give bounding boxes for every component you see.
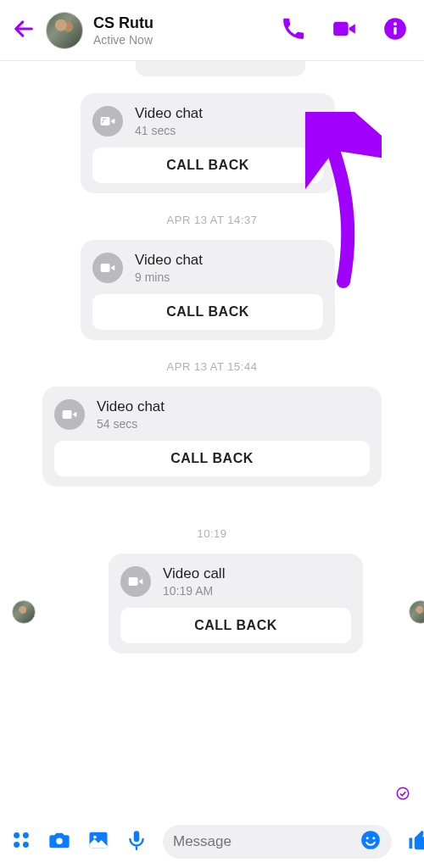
composer-bar xyxy=(0,815,424,868)
apps-icon[interactable] xyxy=(10,829,32,854)
call-duration: 9 mins xyxy=(135,270,203,284)
timestamp: APR 13 AT 15:44 xyxy=(0,360,424,373)
partial-bubble xyxy=(136,61,305,76)
call-duration: 41 secs xyxy=(135,124,203,137)
contact-name: CS Rutu xyxy=(93,14,282,32)
svg-point-18 xyxy=(361,831,380,849)
call-title: Video chat xyxy=(135,252,203,269)
call-duration: 10:19 AM xyxy=(163,584,225,598)
timestamp: 10:19 xyxy=(0,527,424,540)
message-input[interactable] xyxy=(173,833,353,850)
svg-point-4 xyxy=(393,22,397,25)
incoming-video-icon xyxy=(54,399,85,430)
voice-call-icon[interactable] xyxy=(282,17,305,44)
call-title: Video call xyxy=(163,565,225,582)
call-bubble: Video chat 54 secs CALL BACK xyxy=(42,387,382,487)
header-title-block[interactable]: CS Rutu Active Now xyxy=(93,14,282,47)
svg-point-16 xyxy=(93,836,97,839)
info-icon[interactable] xyxy=(383,17,407,44)
outgoing-video-icon xyxy=(92,253,123,283)
callback-button[interactable]: CALL BACK xyxy=(54,441,370,476)
mic-icon[interactable] xyxy=(126,829,148,854)
svg-point-11 xyxy=(23,832,29,838)
callback-button[interactable]: CALL BACK xyxy=(92,147,323,183)
call-bubble: Video call 10:19 AM CALL BACK xyxy=(109,554,363,654)
callback-button[interactable]: CALL BACK xyxy=(120,608,351,643)
back-icon[interactable] xyxy=(12,17,36,44)
camera-icon[interactable] xyxy=(47,828,71,855)
svg-rect-17 xyxy=(134,831,140,842)
video-call-icon[interactable] xyxy=(331,17,358,44)
read-receipt-icon xyxy=(395,786,410,804)
call-title: Video chat xyxy=(97,398,165,415)
missed-video-icon xyxy=(120,566,151,597)
svg-rect-1 xyxy=(333,21,349,35)
avatar[interactable] xyxy=(46,12,83,49)
call-duration: 54 secs xyxy=(97,417,165,431)
call-bubble: Video chat 9 mins CALL BACK xyxy=(81,240,335,340)
presence-status: Active Now xyxy=(93,33,282,47)
chat-header: CS Rutu Active Now xyxy=(0,0,424,61)
outgoing-video-icon xyxy=(92,106,123,136)
call-bubble: Video chat 41 secs CALL BACK xyxy=(81,93,335,193)
gallery-icon[interactable] xyxy=(86,828,110,855)
emoji-icon[interactable] xyxy=(360,829,382,854)
svg-point-13 xyxy=(23,842,29,848)
sender-avatar[interactable] xyxy=(12,600,36,624)
call-title: Video chat xyxy=(135,105,203,122)
message-input-wrap[interactable] xyxy=(163,825,392,859)
svg-rect-3 xyxy=(393,26,396,34)
timestamp: APR 13 AT 14:37 xyxy=(0,214,424,226)
svg-point-10 xyxy=(14,832,20,838)
svg-point-19 xyxy=(366,837,369,839)
svg-point-14 xyxy=(56,837,62,843)
svg-point-12 xyxy=(14,842,20,848)
delivery-avatar xyxy=(409,600,424,624)
svg-point-20 xyxy=(372,837,375,839)
callback-button[interactable]: CALL BACK xyxy=(92,294,323,330)
like-icon[interactable] xyxy=(407,827,424,856)
svg-point-9 xyxy=(397,787,409,799)
chat-scroll[interactable]: Video chat 41 secs CALL BACK APR 13 AT 1… xyxy=(0,61,424,807)
